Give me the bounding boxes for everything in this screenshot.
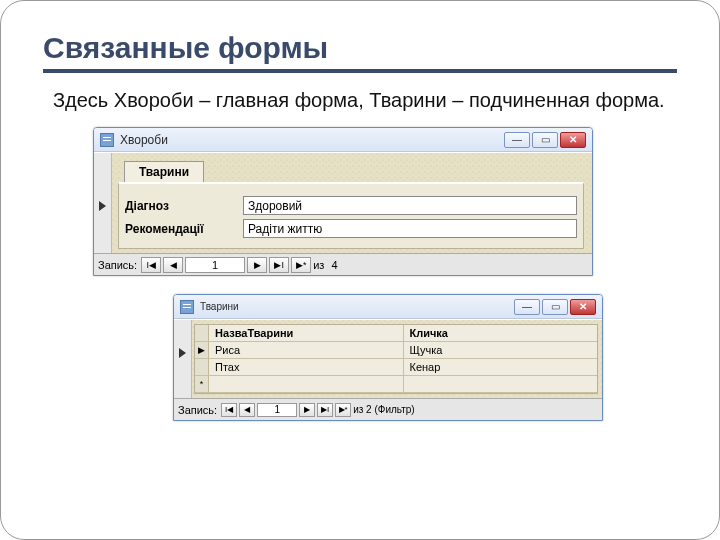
cell-klichka[interactable]: Щучка [404,342,598,358]
col-header-name[interactable]: НазваТварини [209,325,404,341]
nav-count: 4 [331,259,337,271]
row-selector-new[interactable]: * [195,376,209,392]
input-diagnoz[interactable] [243,196,577,215]
datasheet-grid: НазваТварини Кличка ▶ Риса Щучка Птах Ке… [194,324,598,394]
form-icon [100,133,114,147]
maximize-button[interactable]: ▭ [542,299,568,315]
nav-count-text: из 2 (Фильтр) [353,404,415,415]
table-row: Птах Кенар [195,359,597,376]
cell-klichka[interactable]: Кенар [404,359,598,375]
titlebar[interactable]: Тварини — ▭ ✕ [174,295,602,319]
fields-area: Діагноз Рекомендації [118,182,584,249]
window-buttons: — ▭ ✕ [514,299,596,315]
field-row-diag: Діагноз [125,196,577,215]
slide-title: Связанные формы [43,31,677,73]
close-button[interactable]: ✕ [570,299,596,315]
nav-record-number[interactable]: 1 [257,403,297,417]
table-row-new: * [195,376,597,393]
nav-last-button[interactable]: ▶I [317,403,333,417]
slide-description: Здесь Хвороби – главная форма, Тварини –… [43,87,677,113]
nav-next-button[interactable]: ▶ [299,403,315,417]
row-selector[interactable]: ▶ [195,342,209,358]
current-record-icon [99,201,106,211]
row-selector[interactable] [195,359,209,375]
nav-prev-button[interactable]: ◀ [163,257,183,273]
label-diagnoz: Діагноз [125,199,235,213]
window-buttons: — ▭ ✕ [504,132,586,148]
record-navbar: Запись: I◀ ◀ 1 ▶ ▶I ▶* из 4 [94,253,592,275]
nav-prev-button[interactable]: ◀ [239,403,255,417]
window-tvaryny: Тварини — ▭ ✕ НазваТварини Кличка ▶ Риса… [173,294,603,421]
window-title: Тварини [200,301,239,312]
nav-new-button[interactable]: ▶* [291,257,311,273]
nav-record-number[interactable]: 1 [185,257,245,273]
current-record-icon [179,348,186,358]
nav-last-button[interactable]: ▶I [269,257,289,273]
titlebar[interactable]: Хвороби — ▭ ✕ [94,128,592,152]
nav-count-prefix: из [313,259,324,271]
minimize-button[interactable]: — [504,132,530,148]
form-body: НазваТварини Кличка ▶ Риса Щучка Птах Ке… [174,319,602,398]
field-row-rec: Рекомендації [125,219,577,238]
row-selector-header[interactable] [195,325,209,341]
record-navbar: Запись: I◀ ◀ 1 ▶ ▶I ▶* из 2 (Фильтр) [174,398,602,420]
close-button[interactable]: ✕ [560,132,586,148]
table-row: ▶ Риса Щучка [195,342,597,359]
window-title: Хвороби [120,133,168,147]
nav-first-button[interactable]: I◀ [141,257,161,273]
nav-label: Запись: [178,404,217,416]
label-recomend: Рекомендації [125,222,235,236]
nav-label: Запись: [98,259,137,271]
maximize-button[interactable]: ▭ [532,132,558,148]
col-header-klichka[interactable]: Кличка [404,325,598,341]
minimize-button[interactable]: — [514,299,540,315]
nav-first-button[interactable]: I◀ [221,403,237,417]
input-recomend[interactable] [243,219,577,238]
form-icon [180,300,194,314]
form-body: Тварини Діагноз Рекомендації [94,152,592,253]
window-khvoroby: Хвороби — ▭ ✕ Тварини Діагноз Рекомендац… [93,127,593,276]
nav-new-button[interactable]: ▶* [335,403,351,417]
cell-name[interactable]: Риса [209,342,404,358]
record-selector[interactable] [174,320,192,398]
cell-klichka[interactable] [404,376,598,392]
slide-frame: Связанные формы Здесь Хвороби – главная … [0,0,720,540]
record-selector[interactable] [94,153,112,253]
subform-tab[interactable]: Тварини [124,161,204,182]
cell-name[interactable]: Птах [209,359,404,375]
cell-name[interactable] [209,376,404,392]
nav-next-button[interactable]: ▶ [247,257,267,273]
grid-header-row: НазваТварини Кличка [195,325,597,342]
